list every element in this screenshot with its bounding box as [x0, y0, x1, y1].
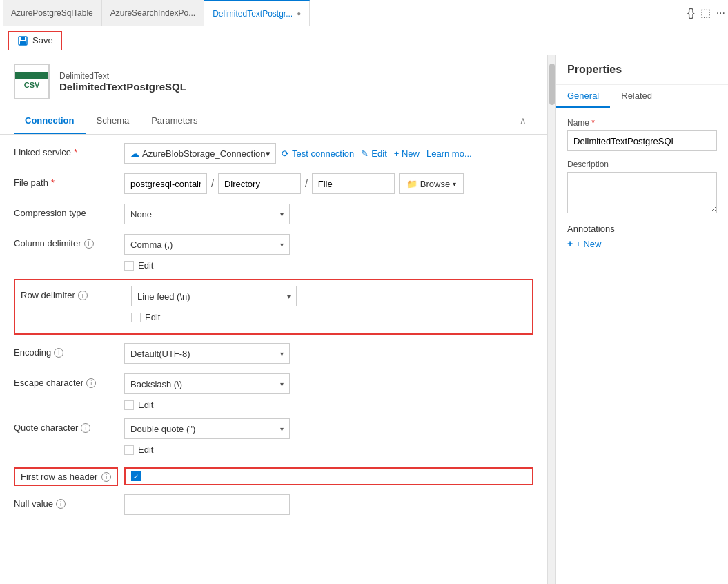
save-button[interactable]: Save — [8, 31, 62, 50]
save-icon — [17, 35, 28, 46]
quote-character-edit-checkbox[interactable] — [124, 445, 134, 455]
linked-service-label: Linked service * — [14, 143, 124, 157]
linked-service-control: ☁ AzureBlobStorage_Connection ▾ ⟳ Test c… — [124, 143, 533, 164]
dataset-info: DelimitedText DelimitedTextPostgreSQL — [59, 71, 186, 93]
main-layout: CSV DelimitedText DelimitedTextPostgreSQ… — [0, 55, 728, 584]
tab-general[interactable]: General — [556, 85, 610, 108]
new-linked-service-button[interactable]: + New — [394, 148, 420, 159]
path-sep-1: / — [211, 178, 214, 189]
quote-character-edit-label: Edit — [138, 445, 153, 455]
row-delimiter-control: Line feed (\n) ▾ Edit — [131, 286, 527, 322]
csv-icon-top — [15, 72, 48, 79]
first-row-header-box: First row as header i — [14, 467, 118, 486]
null-value-info-icon[interactable]: i — [56, 499, 66, 509]
more-actions-icon[interactable]: ··· — [716, 7, 725, 19]
excel-icon — [26, 73, 38, 79]
row-delimiter-chevron: ▾ — [287, 293, 291, 300]
quote-character-info-icon[interactable]: i — [81, 423, 90, 433]
null-value-label: Null value i — [14, 494, 124, 509]
tab-bar: AzurePostgreSqlTable AzureSearchIndexPo.… — [0, 0, 728, 26]
add-annotation-button[interactable]: + + New — [567, 238, 601, 249]
row-delimiter-select[interactable]: Line feed (\n) ▾ — [131, 286, 297, 306]
save-label: Save — [32, 35, 53, 46]
row-delimiter-info-icon[interactable]: i — [78, 291, 88, 300]
column-delimiter-edit-label: Edit — [138, 260, 153, 271]
split-view-icon[interactable]: ⬚ — [700, 6, 711, 19]
connection-form: Linked service * ☁ AzureBlobStorage_Conn… — [0, 135, 547, 584]
container-input[interactable] — [124, 173, 207, 194]
tab-delimited[interactable]: DelimitedTextPostgr... ● — [204, 0, 310, 26]
quote-character-control: Double quote (") ▾ Edit — [124, 418, 533, 455]
nav-tabs: Connection Schema Parameters ∧ — [0, 108, 547, 135]
collapse-icon[interactable]: ∧ — [513, 108, 533, 134]
escape-character-edit-label: Edit — [138, 400, 153, 410]
linked-service-select[interactable]: ☁ AzureBlobStorage_Connection ▾ — [124, 143, 276, 164]
description-textarea[interactable] — [567, 172, 717, 213]
encoding-control: Default(UTF-8) ▾ — [124, 343, 533, 364]
scrollbar-track[interactable] — [547, 55, 555, 584]
tab-parameters[interactable]: Parameters — [140, 108, 208, 134]
tab-delimited-label: DelimitedTextPostgr... — [213, 9, 293, 19]
cloud-icon: ☁ — [130, 148, 139, 159]
null-value-input[interactable] — [124, 494, 290, 515]
tab-connection[interactable]: Connection — [14, 108, 86, 134]
csv-icon: CSV — [14, 64, 50, 99]
test-connection-button[interactable]: ⟳ Test connection — [282, 148, 354, 159]
properties-tabs: General Related — [556, 85, 728, 108]
column-delimiter-label: Column delimiter i — [14, 234, 124, 249]
escape-character-edit-checkbox[interactable] — [124, 400, 134, 410]
linked-service-actions: ⟳ Test connection ✎ Edit + New — [282, 148, 472, 159]
browse-button[interactable]: 📁 Browse ▾ — [399, 173, 464, 194]
tab-search-index[interactable]: AzureSearchIndexPo... — [102, 0, 204, 26]
compression-type-row: Compression type None ▾ — [14, 204, 533, 226]
quote-character-label: Quote character i — [14, 418, 124, 433]
quote-character-select[interactable]: Double quote (") ▾ — [124, 418, 290, 439]
quote-character-chevron: ▾ — [280, 425, 284, 433]
edit-linked-service-button[interactable]: ✎ Edit — [361, 148, 386, 159]
annotations-label: Annotations — [567, 224, 717, 234]
column-delimiter-edit-checkbox[interactable] — [124, 261, 134, 271]
dataset-header: CSV DelimitedText DelimitedTextPostgreSQ… — [0, 55, 547, 108]
quote-character-row: Quote character i Double quote (") ▾ Edi… — [14, 418, 533, 455]
file-input[interactable] — [312, 173, 395, 194]
quote-character-edit-row: Edit — [124, 445, 533, 455]
first-row-header-label: First row as header i — [14, 463, 124, 486]
learn-more-button[interactable]: Learn mo... — [426, 148, 472, 159]
scrollbar-thumb[interactable] — [549, 64, 555, 105]
svg-rect-2 — [20, 41, 26, 45]
annotations-field: Annotations + + New — [567, 224, 717, 249]
tab-related[interactable]: Related — [610, 85, 663, 108]
svg-rect-3 — [26, 74, 37, 78]
first-row-header-checkbox[interactable]: ✓ — [131, 471, 141, 481]
column-delimiter-row: Column delimiter i Comma (,) ▾ Edit — [14, 234, 533, 271]
file-path-required: * — [51, 177, 55, 188]
linked-service-row: Linked service * ☁ AzureBlobStorage_Conn… — [14, 143, 533, 165]
browse-folder-icon: 📁 — [406, 179, 417, 189]
properties-body: Name * Description Annotations + + New — [556, 108, 728, 584]
path-sep-2: / — [305, 178, 308, 189]
column-delimiter-info-icon[interactable]: i — [84, 239, 94, 249]
name-input[interactable] — [567, 130, 717, 151]
tab-postgres-table[interactable]: AzurePostgreSqlTable — [3, 0, 102, 26]
json-view-icon[interactable]: {} — [687, 7, 695, 19]
first-row-info-icon[interactable]: i — [101, 472, 111, 482]
encoding-select[interactable]: Default(UTF-8) ▾ — [124, 343, 290, 364]
row-delimiter-box: Row delimiter i Line feed (\n) ▾ Edit — [14, 279, 533, 335]
tab-close-icon[interactable]: ● — [297, 10, 301, 17]
file-path-control: / / 📁 Browse ▾ — [124, 173, 533, 194]
escape-character-info-icon[interactable]: i — [86, 378, 96, 388]
file-path-row: File path * / / 📁 Browse ▾ — [14, 173, 533, 195]
row-delimiter-row: Row delimiter i Line feed (\n) ▾ Edit — [21, 286, 527, 322]
encoding-info-icon[interactable]: i — [54, 348, 63, 358]
compression-type-control: None ▾ — [124, 204, 533, 224]
column-delimiter-chevron: ▾ — [280, 241, 284, 249]
directory-input[interactable] — [218, 173, 301, 194]
compression-type-select[interactable]: None ▾ — [124, 204, 290, 224]
column-delimiter-select[interactable]: Comma (,) ▾ — [124, 234, 290, 255]
null-value-row: Null value i — [14, 494, 533, 516]
escape-character-select[interactable]: Backslash (\) ▾ — [124, 373, 290, 394]
row-delimiter-edit-checkbox[interactable] — [131, 313, 141, 322]
tab-schema[interactable]: Schema — [86, 108, 141, 134]
compression-chevron: ▾ — [280, 211, 284, 218]
dataset-type: DelimitedText — [59, 71, 186, 81]
